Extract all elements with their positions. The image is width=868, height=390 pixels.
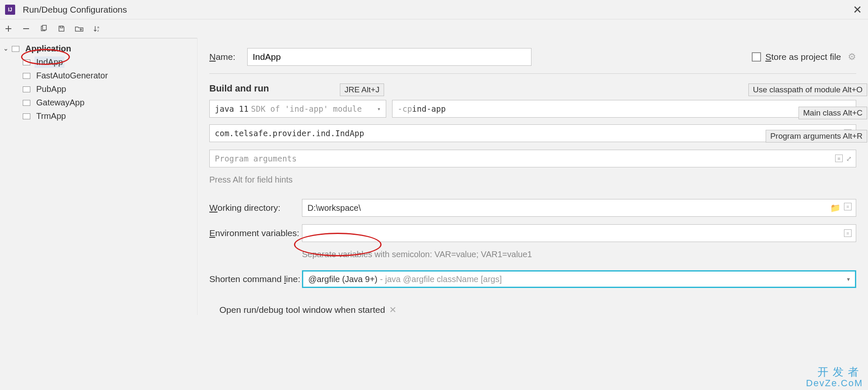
env-vars-hint: Separate variables with semicolon: VAR=v… — [302, 250, 856, 259]
svg-rect-2 — [60, 26, 63, 28]
dropdown-arrow-icon: ▾ — [377, 105, 381, 112]
jre-value: java 11 — [215, 104, 248, 113]
tree-item-label: GatewayApp — [35, 97, 86, 108]
application-icon — [22, 86, 31, 92]
tree-item-label: TrmApp — [35, 110, 67, 122]
folder-icon[interactable]: 📁 — [830, 203, 841, 213]
sort-icon[interactable]: az — [93, 24, 101, 33]
application-icon — [22, 59, 31, 65]
expand-icon[interactable]: ⤢ — [846, 155, 852, 163]
hint-jre: JRE Alt+J — [340, 83, 384, 96]
svg-rect-1 — [43, 25, 46, 30]
hint-classpath: Use classpath of module Alt+O — [748, 83, 867, 96]
copy-icon[interactable] — [40, 24, 48, 33]
dropdown-arrow-icon: ▾ — [847, 276, 850, 282]
hint-program-args: Program arguments Alt+R — [766, 130, 867, 143]
store-label: Store as project file — [765, 52, 841, 62]
window-title: Run/Debug Configurations — [23, 5, 127, 15]
hint-main-class: Main class Alt+C — [799, 107, 867, 119]
program-args-placeholder: Program arguments — [215, 154, 296, 163]
tree-item-fastautogenerator[interactable]: FastAutoGenerator — [0, 69, 197, 82]
shorten-value: @argfile (Java 9+) — [308, 274, 377, 284]
jre-suffix: SDK of 'ind-app' module — [251, 104, 362, 113]
tree-item-trmapp[interactable]: TrmApp — [0, 109, 197, 123]
store-checkbox[interactable] — [752, 52, 761, 62]
main-class-input[interactable]: com.telsafe.provider.ind.IndApp ≡ — [209, 124, 856, 142]
shorten-cmd-select[interactable]: @argfile (Java 9+) - java @argfile class… — [302, 270, 856, 288]
open-tool-window-label: Open run/debug tool window when started — [219, 305, 385, 315]
working-dir-value: D:\workspace\ — [307, 203, 361, 213]
intellij-icon: IJ — [5, 5, 15, 15]
working-dir-input[interactable]: D:\workspace\ 📁 ≡ — [302, 199, 856, 217]
tree-item-label: IndApp — [35, 56, 64, 68]
title-bar: IJ Run/Debug Configurations ✕ — [0, 0, 868, 19]
classpath-select[interactable]: -cp ind-app ▾ — [392, 100, 856, 118]
list-icon[interactable]: ≡ — [844, 229, 852, 237]
jre-select[interactable]: java 11 SDK of 'ind-app' module ▾ — [209, 100, 386, 118]
shorten-suffix: - java @argfile className [args] — [380, 274, 502, 284]
tree-item-label: PubApp — [35, 83, 68, 95]
tree-category-label: Application — [24, 43, 73, 54]
name-label: Name: — [209, 52, 247, 62]
section-build-run: Build and run — [209, 83, 269, 94]
template-folder-icon[interactable] — [75, 24, 83, 33]
svg-text:z: z — [97, 29, 99, 32]
tree-item-pubapp[interactable]: PubApp — [0, 82, 197, 96]
add-icon[interactable] — [4, 24, 13, 33]
list-icon[interactable]: ≡ — [844, 203, 852, 210]
remove-option-icon[interactable]: ✕ — [389, 305, 397, 315]
env-vars-input[interactable]: ≡ — [302, 224, 856, 242]
list-icon[interactable]: ≡ — [835, 155, 843, 162]
toolbar: az — [0, 19, 868, 38]
tree-item-label: FastAutoGenerator — [35, 70, 110, 81]
env-vars-label: Environment variables: — [209, 228, 302, 238]
shorten-cmd-label: Shorten command line: — [209, 274, 302, 284]
tree-item-gatewayapp[interactable]: GatewayApp — [0, 96, 197, 109]
close-icon[interactable]: ✕ — [853, 3, 862, 16]
config-tree: ⌄ Application IndApp FastAutoGenerator P… — [0, 38, 197, 315]
chevron-down-icon: ⌄ — [3, 45, 8, 52]
main-panel: JRE Alt+J Use classpath of module Alt+O … — [197, 38, 868, 315]
application-icon — [22, 72, 31, 79]
application-icon — [22, 99, 31, 106]
save-icon[interactable] — [57, 24, 66, 33]
cp-value: ind-app — [412, 104, 446, 113]
program-arguments-input[interactable]: Program arguments ≡ ⤢ — [209, 150, 856, 167]
remove-icon[interactable] — [22, 24, 30, 33]
gear-icon[interactable]: ⚙ — [848, 51, 856, 62]
field-hint-text: Press Alt for field hints — [209, 175, 856, 185]
tree-category-application[interactable]: ⌄ Application — [0, 42, 197, 55]
application-icon — [22, 113, 31, 119]
name-input[interactable] — [247, 48, 531, 66]
tree-item-indapp[interactable]: IndApp — [0, 55, 197, 69]
working-dir-label: Working directory: — [209, 203, 302, 213]
application-type-icon — [11, 45, 20, 52]
main-class-value: com.telsafe.provider.ind.IndApp — [215, 129, 364, 138]
cp-prefix: -cp — [398, 104, 412, 113]
separator — [209, 73, 856, 74]
